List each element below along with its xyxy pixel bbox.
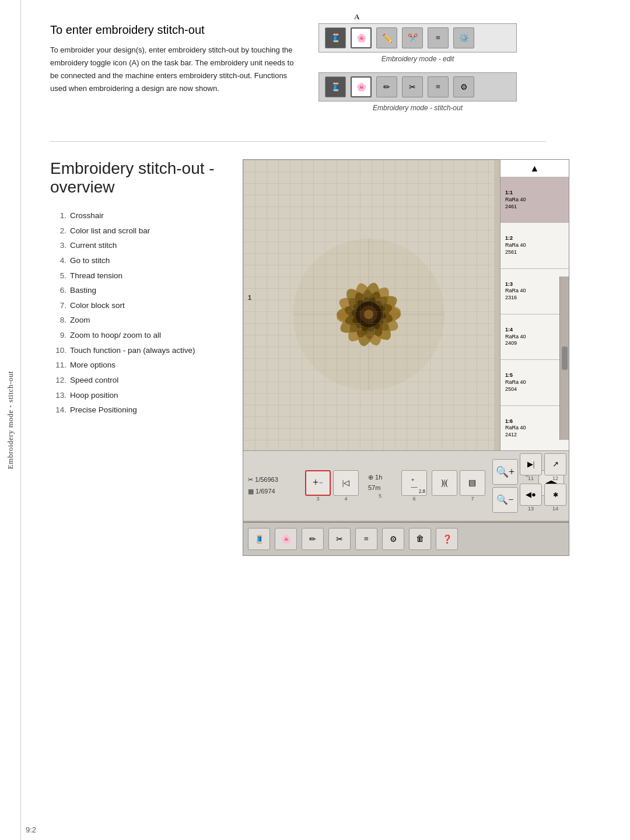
list-item: 3.Current stitch <box>50 238 225 253</box>
scroll-up-btn[interactable]: ▲ <box>501 160 569 177</box>
list-item: 2.Color list and scroll bar <box>50 223 225 239</box>
list-item: 12.Speed control <box>50 373 225 388</box>
go-to-stitch-btn[interactable]: |◁ <box>333 470 359 496</box>
bt-icon-3[interactable]: ✏ <box>302 528 324 550</box>
scrollbar[interactable] <box>559 276 569 440</box>
top-images: A 🧵 🌸 ✏️ ✂️ ≡ ⚙️ Embroidery mode - edit … <box>318 23 601 112</box>
right-row1: ▶| 11 ↗ 12 <box>520 453 566 481</box>
sidebar-label: Embroidery mode - stitch-out <box>6 371 15 469</box>
list-item: 10.Touch function - pan (always active) <box>50 343 225 358</box>
icon-edit2: ✂️ <box>402 27 423 48</box>
bt-icon-5[interactable]: ≡ <box>355 528 377 550</box>
stitch-controls: +↔ 3 |◁ 4 <box>305 470 359 502</box>
overview-left: Embroidery stitch-out - overview 1.Cross… <box>50 159 225 556</box>
top-text: To enter embroidery stitch-out To embroi… <box>50 23 295 112</box>
list-item: 14.Precise Positioning <box>50 402 225 418</box>
stitch-out-container: 🧵 🌸 ✏ ✂ ≡ ⚙ Embroidery mode - stitch-out <box>318 72 517 112</box>
color-panel: ▲ 1:1 RaRa 40 2461 1:2 RaRa 40 2561 <box>500 160 569 469</box>
bt-icon-4[interactable]: ✂ <box>328 528 351 550</box>
stitch-out-taskbar: 🧵 🌸 ✏ ✂ ≡ ⚙ <box>318 72 517 102</box>
bottom-controls: ✂ 1/56963 ▦ 1/6974 +↔ 3 |◁ 4 <box>243 450 569 520</box>
icon-stitch1: ✏ <box>376 76 397 97</box>
icon-edit1: ✏️ <box>376 27 397 48</box>
bt-icon-1[interactable]: 🧵 <box>248 528 270 550</box>
list-item: 5.Thread tension <box>50 268 225 284</box>
icon-list2: ≡ <box>428 76 449 97</box>
scrollbar-thumb <box>562 346 568 370</box>
current-stitch-group: +↔ 3 <box>305 470 331 502</box>
bt-icon-8[interactable]: ❓ <box>436 528 458 550</box>
basting-btn[interactable]: )|( <box>432 470 457 496</box>
edit-mode-container: A 🧵 🌸 ✏️ ✂️ ≡ ⚙️ Embroidery mode - edit <box>318 23 517 63</box>
current-stitch-btn[interactable]: +↔ <box>305 470 331 496</box>
color-item-6[interactable]: 1:6 RaRa 40 2412 <box>501 406 569 452</box>
section-body: To embroider your design(s), enter embro… <box>50 44 295 95</box>
main-content: To enter embroidery stitch-out To embroi… <box>21 0 630 579</box>
top-section: To enter embroidery stitch-out To embroi… <box>50 23 601 112</box>
tension-btn[interactable]: +— 2.8 <box>401 470 427 496</box>
speed-btn[interactable]: ↗ <box>544 453 566 475</box>
zoom-out-btn[interactable]: 🔍− <box>492 487 518 513</box>
list-item: 11.More options <box>50 358 225 373</box>
precise-group: ✱ 14 <box>544 484 566 512</box>
list-item: 7.Color block sort <box>50 298 225 313</box>
list-item: 1.Crosshair <box>50 208 225 223</box>
overview-right: 1 ▲ 1:1 RaRa 40 2461 1:2 <box>243 159 601 556</box>
hoop-pos-btn[interactable]: ◀● <box>520 484 542 506</box>
icon-embroidery: 🧵 <box>325 27 346 48</box>
divider <box>50 141 546 142</box>
edit-mode-taskbar: A 🧵 🌸 ✏️ ✂️ ≡ ⚙️ <box>318 23 517 52</box>
list-item: 4.Go to stitch <box>50 253 225 268</box>
tension-group: +— 2.8 6 <box>401 470 427 502</box>
stitch-out-label: Embroidery mode - stitch-out <box>318 104 517 112</box>
sidebar: Embroidery mode - stitch-out <box>0 0 21 840</box>
color-item-2[interactable]: 1:2 RaRa 40 2561 2 <box>501 223 569 268</box>
edit-mode-label: Embroidery mode - edit <box>318 55 517 63</box>
stitch-count: ✂ 1/56963 ▦ 1/6974 <box>248 475 300 496</box>
speed-group: ↗ 12 <box>544 453 566 481</box>
color-item-5[interactable]: 1:5 RaRa 40 2504 <box>501 360 569 405</box>
precise-pos-btn[interactable]: ✱ <box>544 484 566 506</box>
color-item-4[interactable]: 1:4 RaRa 40 2409 <box>501 314 569 360</box>
overview-list: 1.Crosshair 2.Color list and scroll bar … <box>50 208 225 418</box>
zoom-in-btn[interactable]: 🔍+ <box>492 459 518 485</box>
icon-settings: ⚙️ <box>453 27 474 48</box>
time-display: ⊕ 1h 57m <box>368 473 392 493</box>
bt-icon-7[interactable]: 🗑 <box>409 528 431 550</box>
page-number: 9:2 <box>26 825 36 834</box>
bt-icon-6[interactable]: ⚙ <box>382 528 404 550</box>
list-item: 13.Hoop position <box>50 388 225 403</box>
tension-value: 2.8 <box>419 488 425 494</box>
color-item-3[interactable]: 1:3 RaRa 40 2316 <box>501 269 569 314</box>
icon-list: ≡ <box>428 27 449 48</box>
icon-embroidery2: 🧵 <box>325 76 346 97</box>
right-row2: ◀● 13 ✱ 14 <box>520 484 566 512</box>
a-label: A <box>354 12 359 22</box>
color-sort-group: ▤ 7 <box>460 470 485 502</box>
page-footer: 9:2 <box>26 825 36 834</box>
icon-stitch2: ✂ <box>402 76 423 97</box>
label-1: 1 <box>248 294 251 301</box>
time-group: ⊕ 1h 57m 5 <box>368 473 392 499</box>
stitch-line1: ✂ 1/56963 <box>248 475 300 485</box>
color-item-1[interactable]: 1:1 RaRa 40 2461 <box>501 177 569 223</box>
options-group: ▶| 11 <box>520 453 542 481</box>
stitch-line2: ▦ 1/6974 <box>248 487 300 497</box>
list-item: 8.Zoom <box>50 313 225 328</box>
more-options-btn[interactable]: ▶| <box>520 453 542 475</box>
section-title: To enter embroidery stitch-out <box>50 23 295 37</box>
icon-hoop2: 🌸 <box>351 76 372 97</box>
list-item: 6.Basting <box>50 283 225 298</box>
hoop-group: ◀● 13 <box>520 484 542 512</box>
bt-icon-2[interactable]: 🌸 <box>275 528 297 550</box>
go-to-stitch-group: |◁ 4 <box>333 470 359 502</box>
right-controls: ▶| 11 ↗ 12 ◀● 13 <box>520 453 566 512</box>
basting-group: )|( <box>432 470 457 502</box>
grid-overlay <box>243 160 494 469</box>
emb-screen: 1 ▲ 1:1 RaRa 40 2461 1:2 <box>243 159 569 556</box>
overview-section: Embroidery stitch-out - overview 1.Cross… <box>50 159 601 556</box>
overview-title: Embroidery stitch-out - overview <box>50 159 225 197</box>
emb-bottom-taskbar: 🧵 🌸 ✏ ✂ ≡ ⚙ 🗑 ❓ <box>243 522 569 555</box>
color-sort-btn[interactable]: ▤ <box>460 470 485 496</box>
basting-sort-group: )|( ▤ 7 <box>432 470 485 502</box>
